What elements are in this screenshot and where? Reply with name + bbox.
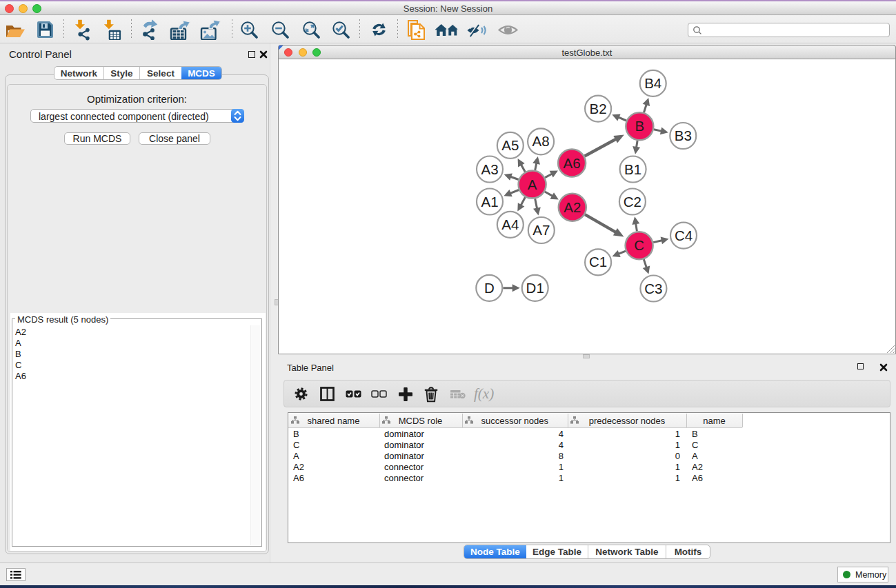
svg-text:A3: A3 bbox=[481, 161, 498, 177]
svg-text:B1: B1 bbox=[624, 161, 641, 177]
svg-text:A4: A4 bbox=[501, 216, 519, 232]
svg-text:C3: C3 bbox=[644, 281, 662, 296]
svg-text:A5: A5 bbox=[501, 137, 519, 153]
svg-text:C1: C1 bbox=[589, 254, 607, 270]
svg-text:A7: A7 bbox=[532, 222, 550, 238]
svg-text:D: D bbox=[484, 280, 495, 296]
svg-text:A2: A2 bbox=[564, 199, 581, 215]
svg-text:D1: D1 bbox=[526, 280, 544, 296]
svg-text:C: C bbox=[634, 237, 644, 253]
svg-text:B: B bbox=[635, 118, 644, 134]
svg-text:A1: A1 bbox=[481, 194, 498, 210]
svg-text:A6: A6 bbox=[564, 155, 581, 171]
svg-text:C2: C2 bbox=[624, 194, 641, 210]
svg-text:C4: C4 bbox=[675, 227, 693, 243]
svg-text:B2: B2 bbox=[590, 101, 607, 116]
svg-text:B4: B4 bbox=[644, 75, 661, 91]
svg-text:B3: B3 bbox=[675, 128, 692, 143]
svg-text:A: A bbox=[528, 176, 537, 192]
svg-text:A8: A8 bbox=[532, 133, 550, 149]
